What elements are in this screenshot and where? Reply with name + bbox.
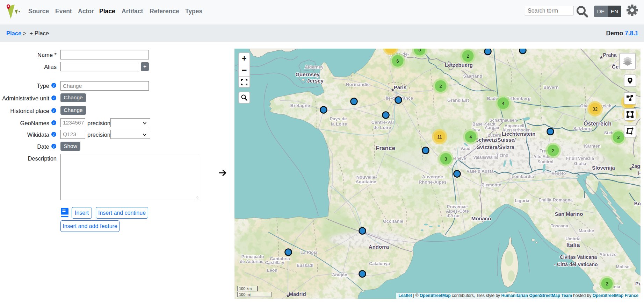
svg-text:Civitas Vaticana: Civitas Vaticana [560,254,597,260]
svg-text:Toscana: Toscana [551,224,569,228]
svg-text:Guernsey: Guernsey [295,71,320,77]
svg-text:4: 4 [470,135,472,140]
svg-text:Südtirol: Südtirol [537,159,553,164]
svg-text:Liechtenstein: Liechtenstein [502,131,536,137]
svg-text:Molise: Molise [616,264,630,269]
svg-text:Andorra: Andorra [369,244,389,250]
svg-text:2: 2 [467,54,469,59]
svg-text:Centre-Val: Centre-Val [371,120,394,125]
svg-text:San Marino: San Marino [555,211,583,217]
svg-text:Giulia: Giulia [574,161,587,166]
svg-text:Saarland: Saarland [463,73,483,79]
svg-text:Castilla y: Castilla y [265,260,284,265]
svg-text:la Loire: la Loire [331,121,347,127]
svg-text:Aargau: Aargau [485,125,499,130]
svg-text:Vaud: Vaud [461,146,471,151]
svg-text:2: 2 [617,135,620,140]
svg-text:H: H [638,170,641,176]
svg-text:León: León [267,268,277,273]
svg-text:Marche: Marche [579,228,594,233]
svg-text:4: 4 [502,101,505,106]
svg-text:Paris: Paris [394,84,407,90]
svg-text:Svizzera/Svizra: Svizzera/Svizra [477,144,515,150]
svg-text:Alderney: Alderney [305,65,324,70]
svg-text:Jersey: Jersey [307,78,324,84]
svg-text:Madrid: Madrid [289,291,306,297]
svg-text:- Città del Vaticano: - Città del Vaticano [554,262,598,267]
svg-text:Österreich: Österreich [584,120,612,127]
svg-text:Emilia-Romagna: Emilia-Romagna [538,198,573,203]
svg-text:Monaco: Monaco [471,215,491,221]
svg-text:Aragón: Aragón [332,272,347,277]
svg-text:Lombardia: Lombardia [512,174,534,179]
svg-text:Valle d'Aosta: Valle d'Aosta [466,169,494,174]
svg-text:Piemonte: Piemonte [482,183,501,187]
svg-text:France: France [376,145,395,151]
svg-text:Euskadi: Euskadi [297,263,313,268]
svg-text:2: 2 [552,148,555,153]
svg-text:de Asturias: de Asturias [240,259,263,264]
svg-text:Principado: Principado [241,254,264,259]
svg-text:Ticino: Ticino [496,153,508,158]
svg-text:Kärnten: Kärnten [584,144,600,149]
svg-text:Salzburg: Salzburg [573,126,592,131]
svg-text:6: 6 [397,59,399,64]
svg-text:Occitanie: Occitanie [383,219,404,224]
svg-text:Zagr: Zagr [631,163,641,169]
svg-text:Pu: Pu [635,281,641,286]
svg-text:d'Azur: d'Azur [447,213,460,218]
svg-text:Bos: Bos [634,201,641,206]
svg-text:Pays de: Pays de [330,116,347,121]
svg-text:La Rioja: La Rioja [301,250,318,255]
svg-text:Veneto: Veneto [552,171,566,176]
svg-text:Alpes-Côte: Alpes-Côte [446,209,469,214]
svg-text:2: 2 [606,282,608,286]
svg-text:Italia: Italia [566,242,580,248]
svg-text:Valais/Wallis: Valais/Wallis [473,155,498,160]
svg-text:de Loire: de Loire [374,125,391,130]
svg-text:Auvergne-: Auvergne- [422,174,444,179]
svg-text:3: 3 [445,157,447,162]
svg-text:Provence-: Provence- [447,204,468,209]
svg-text:Liguria: Liguria [515,198,530,203]
svg-text:Praha: Praha [603,52,617,58]
svg-text:Bayern: Bayern [543,85,559,90]
svg-text:Schweiz/Suisse/: Schweiz/Suisse/ [475,137,516,143]
svg-text:Bretagne: Bretagne [290,103,310,108]
svg-text:Aquitaine: Aquitaine [355,179,376,184]
svg-text:Friuli Venezia: Friuli Venezia [566,156,594,161]
svg-text:Catalunya: Catalunya [369,261,390,266]
svg-text:Umbria: Umbria [565,236,581,241]
svg-text:Normandie: Normandie [346,82,370,87]
svg-text:Slovenija: Slovenija [592,165,615,171]
svg-text:8: 8 [419,49,421,52]
svg-text:32: 32 [593,107,598,112]
svg-text:Grand Est: Grand Est [447,98,469,103]
svg-text:Rhône-Alpes: Rhône-Alpes [419,179,447,185]
svg-text:Abruzzo: Abruzzo [599,252,617,257]
svg-text:11: 11 [437,135,442,140]
svg-text:2: 2 [440,84,442,89]
